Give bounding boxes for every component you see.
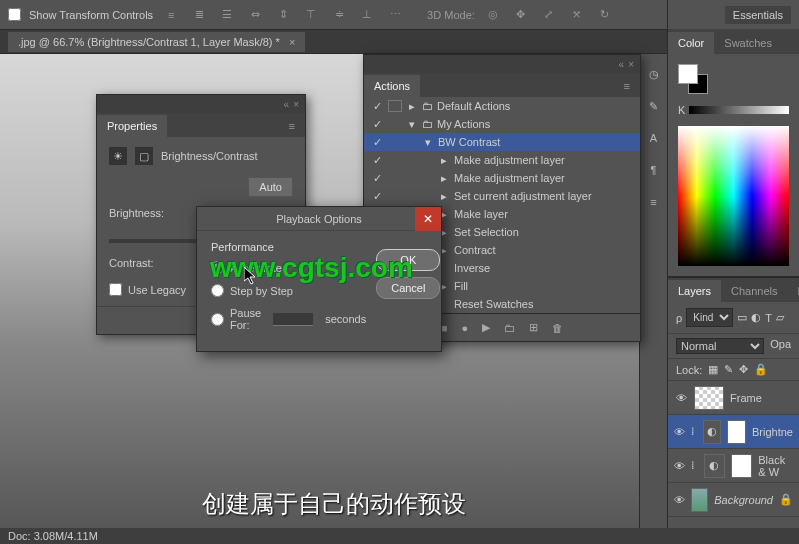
legacy-checkbox[interactable]: [109, 283, 122, 296]
layer-row[interactable]: 👁 ⁞ ◐ Black & W: [668, 449, 799, 483]
disclosure-icon[interactable]: ▸: [406, 100, 418, 113]
rotate-icon[interactable]: ↻: [595, 5, 615, 25]
action-row[interactable]: ✓▸Set current adjustment layer: [364, 187, 640, 205]
scale-icon[interactable]: ⤧: [567, 5, 587, 25]
disclosure-icon[interactable]: ▸: [438, 154, 450, 167]
history-icon[interactable]: ◷: [644, 64, 664, 84]
tab-layers[interactable]: Layers: [668, 280, 721, 302]
tab-properties[interactable]: Properties: [97, 115, 167, 137]
pan-icon[interactable]: ✥: [511, 5, 531, 25]
workspace-switcher[interactable]: Essentials: [725, 6, 791, 24]
action-enable-check[interactable]: ✓: [370, 154, 384, 167]
panel-menu-icon[interactable]: ≡: [614, 75, 640, 97]
collapse-icon[interactable]: «: [619, 59, 625, 70]
align-mid-icon[interactable]: ≑: [329, 5, 349, 25]
radio-step-by-step[interactable]: Step by Step: [211, 284, 366, 297]
action-row[interactable]: ✓▾🗀My Actions: [364, 115, 640, 133]
filter-pixel-icon[interactable]: ▭: [737, 311, 747, 324]
paragraph-icon[interactable]: ¶: [644, 160, 664, 180]
mask-icon[interactable]: ▢: [135, 147, 153, 165]
distribute-h-icon[interactable]: ⇔: [245, 5, 265, 25]
layer-thumb[interactable]: [694, 386, 724, 410]
play-icon[interactable]: ▶: [482, 321, 490, 334]
filter-adj-icon[interactable]: ◐: [751, 311, 761, 324]
layer-row[interactable]: 👁 Frame: [668, 381, 799, 415]
filter-shape-icon[interactable]: ▱: [776, 311, 784, 324]
tab-swatches[interactable]: Swatches: [714, 32, 782, 54]
blend-mode-select[interactable]: Normal: [676, 338, 764, 354]
show-transform-checkbox[interactable]: Show Transform Controls: [8, 8, 153, 21]
disclosure-icon[interactable]: ▸: [438, 172, 450, 185]
orbit-icon[interactable]: ◎: [483, 5, 503, 25]
close-icon[interactable]: ×: [293, 99, 299, 110]
align-top-icon[interactable]: ⊤: [301, 5, 321, 25]
more-icon[interactable]: ⋯: [385, 5, 405, 25]
collapse-icon[interactable]: «: [284, 99, 290, 110]
action-dialog-box[interactable]: [388, 100, 402, 112]
layer-row[interactable]: 👁 ⁞ ◐ Brightne: [668, 415, 799, 449]
foreground-swatch[interactable]: [678, 64, 698, 84]
layer-mask-thumb[interactable]: [727, 420, 746, 444]
action-row[interactable]: ✓▸Make adjustment layer: [364, 151, 640, 169]
action-enable-check[interactable]: ✓: [370, 136, 384, 149]
align-center-icon[interactable]: ≣: [189, 5, 209, 25]
document-tab[interactable]: .jpg @ 66.7% (Brightness/Contrast 1, Lay…: [8, 32, 305, 52]
distribute-v-icon[interactable]: ⇕: [273, 5, 293, 25]
adj-icon[interactable]: ◐: [704, 454, 725, 478]
brush-icon[interactable]: ✎: [644, 96, 664, 116]
color-spectrum[interactable]: [678, 126, 789, 266]
action-enable-check[interactable]: ✓: [370, 100, 384, 113]
visibility-icon[interactable]: 👁: [674, 425, 685, 439]
new-action-icon[interactable]: ⊞: [529, 321, 538, 334]
close-icon[interactable]: ×: [289, 36, 295, 48]
pause-seconds-input[interactable]: [273, 313, 313, 326]
k-slider[interactable]: [689, 106, 789, 114]
action-row[interactable]: ✓▸Make adjustment layer: [364, 169, 640, 187]
visibility-icon[interactable]: 👁: [674, 391, 688, 405]
filter-type-icon[interactable]: T: [765, 312, 772, 324]
filter-kind-select[interactable]: Kind: [686, 308, 733, 327]
auto-button[interactable]: Auto: [248, 177, 293, 197]
action-enable-check[interactable]: ✓: [370, 190, 384, 203]
tab-channels[interactable]: Channels: [721, 280, 787, 302]
styles-icon[interactable]: ≡: [644, 192, 664, 212]
lock-transparency-icon[interactable]: ▦: [708, 363, 718, 376]
layer-thumb[interactable]: [691, 488, 708, 512]
disclosure-icon[interactable]: ▾: [406, 118, 418, 131]
layer-row[interactable]: 👁 Background 🔒: [668, 483, 799, 517]
adj-icon[interactable]: ◐: [703, 420, 722, 444]
character-icon[interactable]: A: [644, 128, 664, 148]
disclosure-icon[interactable]: ▾: [422, 136, 434, 149]
trash-icon[interactable]: 🗑: [552, 322, 563, 334]
lock-paint-icon[interactable]: ✎: [724, 363, 733, 376]
tab-color[interactable]: Color: [668, 32, 714, 54]
ok-button[interactable]: OK: [376, 249, 440, 271]
color-swatch-pair[interactable]: [678, 64, 710, 96]
layer-mask-thumb[interactable]: [731, 454, 752, 478]
move-icon[interactable]: ⤢: [539, 5, 559, 25]
lock-all-icon[interactable]: 🔒: [754, 363, 768, 376]
align-bottom-icon[interactable]: ⊥: [357, 5, 377, 25]
action-enable-check[interactable]: ✓: [370, 118, 384, 131]
close-icon[interactable]: ×: [628, 59, 634, 70]
align-left-icon[interactable]: ≡: [161, 5, 181, 25]
disclosure-icon[interactable]: ▸: [438, 190, 450, 203]
tab-actions[interactable]: Actions: [364, 75, 420, 97]
panel-menu-icon[interactable]: ≡: [279, 115, 305, 137]
action-row[interactable]: ✓▸🗀Default Actions: [364, 97, 640, 115]
cancel-button[interactable]: Cancel: [376, 277, 440, 299]
close-icon[interactable]: ✕: [415, 207, 441, 231]
link-icon[interactable]: ⁞: [691, 425, 697, 438]
radio-pause-for[interactable]: Pause For: seconds: [211, 307, 366, 331]
align-right-icon[interactable]: ☰: [217, 5, 237, 25]
visibility-icon[interactable]: 👁: [674, 493, 685, 507]
radio-accelerated[interactable]: Accelerated: [211, 261, 366, 274]
action-row[interactable]: ✓▾BW Contrast: [364, 133, 640, 151]
action-enable-check[interactable]: ✓: [370, 172, 384, 185]
lock-position-icon[interactable]: ✥: [739, 363, 748, 376]
visibility-icon[interactable]: 👁: [674, 459, 685, 473]
record-icon[interactable]: ●: [462, 322, 469, 334]
tab-paths[interactable]: Paths: [788, 280, 799, 302]
new-set-icon[interactable]: 🗀: [504, 322, 515, 334]
link-icon[interactable]: ⁞: [691, 459, 698, 472]
